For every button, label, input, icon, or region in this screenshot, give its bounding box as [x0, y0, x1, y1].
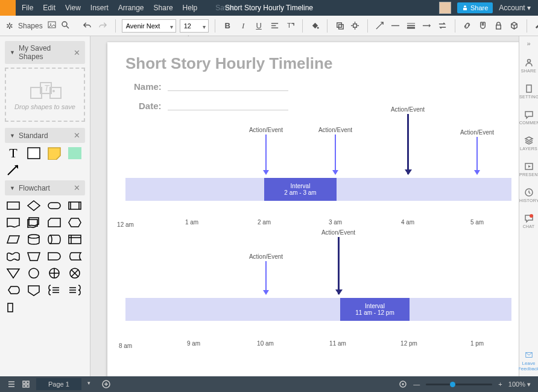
menu-file[interactable]: File — [22, 4, 33, 12]
target-icon[interactable] — [399, 380, 407, 388]
action-event-label[interactable]: Action/Event — [317, 229, 359, 236]
redo-button[interactable] — [97, 20, 109, 32]
rail-settings[interactable]: SETTINGS — [519, 84, 538, 99]
arrow-icon[interactable] — [476, 137, 478, 174]
close-icon[interactable]: ✕ — [74, 48, 80, 57]
rail-present[interactable]: PRESENT — [519, 162, 538, 177]
fc-terminator[interactable] — [47, 199, 62, 212]
menu-view[interactable]: View — [65, 4, 81, 12]
action-event-label[interactable]: Action/Event — [387, 106, 429, 113]
italic-button[interactable]: I — [237, 20, 249, 32]
date-label[interactable]: Date: — [139, 101, 162, 111]
fc-or[interactable] — [47, 267, 62, 280]
menu-share[interactable]: Share — [154, 4, 173, 12]
grid-view-icon[interactable] — [22, 380, 30, 388]
panel-standard-header[interactable]: ▼Standard✕ — [5, 128, 85, 143]
menu-arrange[interactable]: Arrange — [118, 4, 144, 12]
document-title[interactable]: Short Story Hourly Timeline — [225, 4, 313, 12]
wrench-icon[interactable] — [533, 20, 538, 32]
rail-layers[interactable]: LAYERS — [519, 136, 538, 151]
line-weight-button[interactable] — [405, 20, 417, 32]
fc-input[interactable] — [6, 300, 21, 314]
action-event-label[interactable]: Action/Event — [456, 129, 498, 136]
line-swap-button[interactable] — [437, 20, 449, 32]
zoom-level[interactable]: 100% ▾ — [508, 381, 531, 388]
fc-card[interactable] — [47, 216, 62, 229]
action-event-label[interactable]: Action/Event — [245, 253, 287, 260]
fc-data[interactable] — [6, 233, 21, 246]
arrow-icon[interactable] — [407, 114, 409, 174]
action-event-label[interactable]: Action/Event — [245, 127, 287, 133]
undo-button[interactable] — [81, 20, 93, 32]
doc-heading[interactable]: Short Story Hourly Timeline — [125, 54, 332, 73]
rect-shape[interactable] — [27, 147, 41, 160]
account-menu[interactable]: Account ▾ — [499, 4, 531, 12]
note-shape[interactable] — [47, 147, 62, 160]
add-page-icon[interactable] — [102, 380, 110, 388]
menu-help[interactable]: Help — [183, 4, 198, 12]
magnet-icon[interactable] — [477, 20, 489, 32]
arrow-icon[interactable] — [265, 261, 267, 294]
fc-merge[interactable] — [6, 267, 21, 280]
bold-button[interactable]: B — [221, 20, 233, 32]
arrow-shape[interactable] — [6, 163, 21, 177]
arrow-icon[interactable] — [265, 134, 267, 174]
list-view-icon[interactable] — [7, 380, 16, 388]
name-line[interactable] — [168, 90, 288, 91]
fc-direct[interactable] — [47, 233, 62, 246]
close-icon[interactable]: ✕ — [74, 131, 80, 140]
fc-db[interactable] — [27, 233, 41, 246]
close-icon[interactable]: ✕ — [74, 183, 80, 192]
fc-stored[interactable] — [68, 250, 82, 263]
line-end-button[interactable] — [421, 20, 433, 32]
fc-internal[interactable] — [68, 233, 82, 246]
share-button[interactable]: Share — [457, 2, 493, 13]
fc-offpage[interactable] — [27, 283, 41, 297]
fc-brace2[interactable] — [68, 283, 82, 297]
fill-button[interactable] — [309, 20, 321, 32]
page-tab[interactable]: Page 1 — [36, 378, 81, 390]
fc-sum[interactable] — [68, 267, 82, 280]
arrow-icon[interactable] — [335, 134, 336, 174]
panel-flowchart-header[interactable]: ▼Flowchart✕ — [5, 180, 85, 195]
lock-icon[interactable] — [493, 20, 505, 32]
fc-brace[interactable] — [47, 283, 62, 297]
rail-share[interactable]: SHARE — [519, 58, 538, 73]
shape-front-button[interactable] — [334, 20, 346, 32]
fc-doc[interactable] — [6, 216, 21, 229]
rail-comment[interactable]: COMMENT — [519, 110, 538, 125]
link-icon[interactable] — [461, 20, 473, 32]
fc-decision[interactable] — [27, 199, 41, 212]
collapse-right-icon[interactable]: » — [527, 40, 530, 47]
zoom-slider[interactable] — [426, 384, 492, 385]
shapes-gear-icon[interactable]: ✲ — [6, 21, 13, 31]
cube-icon[interactable] — [508, 20, 521, 32]
fc-connector[interactable] — [27, 267, 41, 280]
text-style-button[interactable]: T — [284, 20, 296, 32]
rail-history[interactable]: HISTORY — [519, 188, 538, 203]
timeline-2[interactable] — [125, 298, 511, 321]
search-icon[interactable] — [61, 21, 69, 31]
canvas[interactable]: Short Story Hourly Timeline Name: Date: … — [90, 36, 519, 376]
fc-predef[interactable] — [68, 199, 82, 212]
action-event-label[interactable]: Action/Event — [314, 127, 356, 133]
interval-1[interactable]: Interval2 am - 3 am — [264, 178, 337, 201]
font-size-select[interactable]: 12 pt — [180, 19, 209, 33]
rail-chat[interactable]: CHAT — [519, 213, 538, 229]
line-solid-button[interactable] — [390, 20, 402, 32]
fc-manual[interactable] — [27, 250, 41, 263]
fc-process[interactable] — [6, 199, 21, 212]
app-logo[interactable] — [0, 0, 16, 16]
position-button[interactable] — [349, 20, 361, 32]
image-icon[interactable] — [48, 21, 56, 31]
interval-2[interactable]: Interval11 am - 12 pm — [340, 298, 410, 321]
saved-shapes-dropzone[interactable]: T Drop shapes to save — [5, 68, 85, 122]
page[interactable]: Short Story Hourly Timeline Name: Date: … — [107, 42, 519, 376]
font-select[interactable]: Avenir Next — [122, 19, 176, 33]
fc-tape[interactable] — [6, 250, 21, 263]
fc-hex[interactable] — [68, 216, 82, 229]
menu-edit[interactable]: Edit — [43, 4, 55, 12]
date-line[interactable] — [168, 110, 288, 110]
fc-delay[interactable] — [47, 250, 62, 263]
block-shape[interactable] — [68, 147, 82, 160]
